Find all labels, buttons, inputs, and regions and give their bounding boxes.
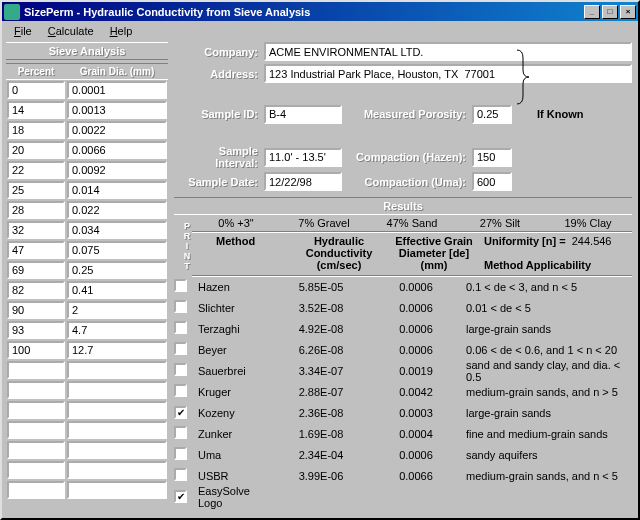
address-label: Address:	[174, 68, 264, 80]
print-checkbox[interactable]: ✔	[174, 406, 187, 419]
cell-applicability: 0.06 < de < 0.6, and 1 < n < 20	[466, 344, 632, 356]
diameter-input-19[interactable]	[67, 461, 167, 479]
percent-input-1[interactable]	[7, 101, 65, 119]
percent-input-7[interactable]	[7, 221, 65, 239]
maximize-button[interactable]: □	[602, 5, 618, 19]
cell-k: 6.26E-08	[276, 344, 366, 356]
percent-input-4[interactable]	[7, 161, 65, 179]
uma-label: Compaction (Uma):	[342, 176, 472, 188]
diameter-input-4[interactable]	[67, 161, 167, 179]
minimize-button[interactable]: _	[584, 5, 600, 19]
print-checkbox[interactable]	[174, 279, 187, 292]
diameter-input-7[interactable]	[67, 221, 167, 239]
cell-de: 0.0042	[366, 386, 466, 398]
results-title: Results	[174, 197, 632, 215]
cell-applicability: fine and medium-grain sands	[466, 428, 632, 440]
composition-value: 47% Sand	[368, 217, 456, 229]
diameter-input-10[interactable]	[67, 281, 167, 299]
interval-label: Sample Interval:	[174, 145, 264, 169]
address-input[interactable]	[264, 64, 632, 83]
print-checkbox[interactable]	[174, 321, 187, 334]
head-de: Effective GrainDiameter [de](mm)	[384, 235, 484, 271]
menu-help[interactable]: Help	[102, 23, 141, 39]
sampleid-input[interactable]	[264, 105, 342, 124]
diameter-input-0[interactable]	[67, 81, 167, 99]
cell-applicability: large-grain sands	[466, 323, 632, 335]
percent-input-13[interactable]	[7, 341, 65, 359]
sieve-grid	[6, 80, 168, 502]
cell-applicability: large-grain sands	[466, 407, 632, 419]
diameter-input-20[interactable]	[67, 481, 167, 499]
percent-input-3[interactable]	[7, 141, 65, 159]
diameter-input-18[interactable]	[67, 441, 167, 459]
cell-k: 3.52E-08	[276, 302, 366, 314]
print-checkbox[interactable]	[174, 363, 187, 376]
print-checkbox[interactable]	[174, 384, 187, 397]
close-button[interactable]: ×	[620, 5, 636, 19]
date-input[interactable]	[264, 172, 342, 191]
percent-input-15[interactable]	[7, 381, 65, 399]
diameter-input-13[interactable]	[67, 341, 167, 359]
cell-method: Zunker	[196, 428, 276, 440]
table-row: Terzaghi4.92E-080.0006large-grain sands	[174, 318, 632, 339]
cell-method: Uma	[196, 449, 276, 461]
diameter-input-14[interactable]	[67, 361, 167, 379]
percent-input-14[interactable]	[7, 361, 65, 379]
diameter-input-15[interactable]	[67, 381, 167, 399]
print-checkbox[interactable]	[174, 447, 187, 460]
percent-input-11[interactable]	[7, 301, 65, 319]
hazen-input[interactable]	[472, 148, 512, 167]
diameter-input-11[interactable]	[67, 301, 167, 319]
cell-k: 2.34E-04	[276, 449, 366, 461]
cell-k: 3.34E-07	[276, 365, 366, 377]
uma-input[interactable]	[472, 172, 512, 191]
table-row: Sauerbrei3.34E-070.0019sand and sandy cl…	[174, 360, 632, 381]
diameter-input-17[interactable]	[67, 421, 167, 439]
cell-applicability: 0.01 < de < 5	[466, 302, 632, 314]
menu-file[interactable]: File	[6, 23, 40, 39]
percent-input-17[interactable]	[7, 421, 65, 439]
percent-input-18[interactable]	[7, 441, 65, 459]
titlebar[interactable]: SizePerm - Hydraulic Conductivity from S…	[2, 2, 638, 21]
diameter-input-16[interactable]	[67, 401, 167, 419]
interval-input[interactable]	[264, 148, 342, 167]
cell-de: 0.0019	[366, 365, 466, 377]
print-checkbox[interactable]	[174, 426, 187, 439]
percent-input-8[interactable]	[7, 241, 65, 259]
percent-input-19[interactable]	[7, 461, 65, 479]
percent-input-2[interactable]	[7, 121, 65, 139]
print-checkbox[interactable]	[174, 300, 187, 313]
percent-input-12[interactable]	[7, 321, 65, 339]
head-app: Uniformity [n] = 244.546 Method Applicab…	[484, 235, 632, 271]
diameter-input-5[interactable]	[67, 181, 167, 199]
percent-input-20[interactable]	[7, 481, 65, 499]
percent-input-9[interactable]	[7, 261, 65, 279]
diameter-input-6[interactable]	[67, 201, 167, 219]
print-checkbox[interactable]	[174, 468, 187, 481]
date-label: Sample Date:	[174, 176, 264, 188]
porosity-input[interactable]	[472, 105, 512, 124]
percent-input-5[interactable]	[7, 181, 65, 199]
diameter-input-1[interactable]	[67, 101, 167, 119]
percent-input-0[interactable]	[7, 81, 65, 99]
percent-input-10[interactable]	[7, 281, 65, 299]
cell-applicability: 0.1 < de < 3, and n < 5	[466, 281, 632, 293]
menu-calculate[interactable]: Calculate	[40, 23, 102, 39]
cell-method: Slichter	[196, 302, 276, 314]
percent-input-16[interactable]	[7, 401, 65, 419]
cell-method: Hazen	[196, 281, 276, 293]
print-checkbox[interactable]: ✔	[174, 490, 187, 503]
cell-k: 4.92E-08	[276, 323, 366, 335]
print-checkbox[interactable]	[174, 342, 187, 355]
cell-de: 0.0006	[366, 344, 466, 356]
cell-k: 1.69E-08	[276, 428, 366, 440]
company-input[interactable]	[264, 42, 632, 61]
cell-method: Kruger	[196, 386, 276, 398]
percent-input-6[interactable]	[7, 201, 65, 219]
diameter-input-3[interactable]	[67, 141, 167, 159]
diameter-input-2[interactable]	[67, 121, 167, 139]
diameter-input-12[interactable]	[67, 321, 167, 339]
diameter-input-9[interactable]	[67, 261, 167, 279]
diameter-input-8[interactable]	[67, 241, 167, 259]
results-table: Hazen5.85E-050.00060.1 < de < 3, and n <…	[174, 276, 632, 516]
